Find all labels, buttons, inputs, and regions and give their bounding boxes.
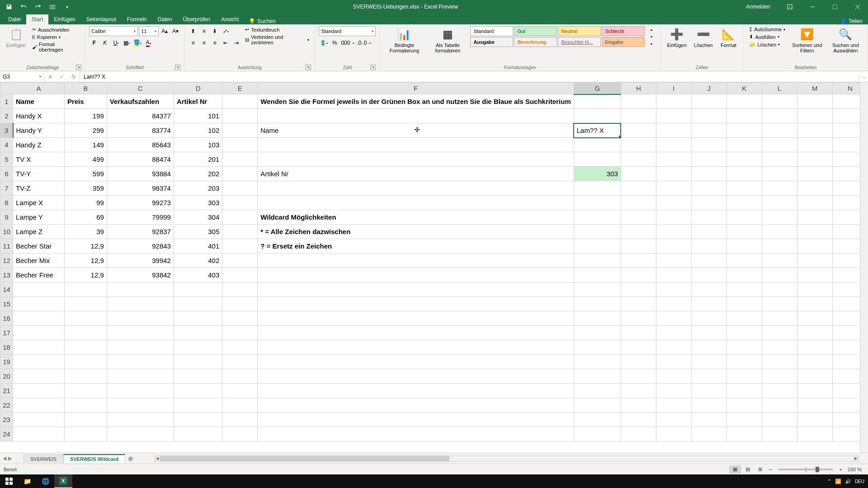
col-header-I[interactable]: I [656,83,691,94]
col-header-L[interactable]: L [762,83,797,94]
row-header-21[interactable]: 21 [0,384,13,398]
cell-C21[interactable] [107,384,174,398]
cell-N6[interactable] [832,167,868,181]
cell-E14[interactable] [222,282,258,297]
cell-D7[interactable]: 203 [174,181,222,196]
cell-I13[interactable] [656,268,691,282]
cell-I10[interactable] [656,225,691,239]
cell-A11[interactable]: Becher Star [13,239,65,253]
cell-H15[interactable] [621,297,656,311]
cell-F14[interactable] [258,282,574,297]
cell-M12[interactable] [797,253,832,268]
cell-I6[interactable] [656,167,691,181]
style-berechnung[interactable]: Berechnung [514,37,557,47]
cell-F2[interactable] [258,109,574,123]
cell-C19[interactable] [107,355,174,369]
cell-C17[interactable] [107,326,174,340]
cell-J15[interactable] [691,297,726,311]
cell-N3[interactable] [832,123,868,138]
cell-E10[interactable] [222,225,258,239]
cell-H14[interactable] [621,282,656,297]
cell-H1[interactable] [621,94,656,109]
cell-J21[interactable] [691,384,726,398]
name-box-dropdown-icon[interactable]: ▾ [39,75,41,79]
cell-K15[interactable] [726,297,762,311]
cell-D3[interactable]: 102 [174,123,222,138]
cell-A21[interactable] [13,384,65,398]
format-cells-button[interactable]: 📐Format [717,26,740,49]
cell-C9[interactable]: 79999 [107,210,174,225]
cell-D17[interactable] [174,326,222,340]
format-as-table-button[interactable]: ▦ Als Tabelle formatieren [427,26,468,54]
row-header-15[interactable]: 15 [0,297,13,311]
cell-E11[interactable] [222,239,258,253]
delete-cells-button[interactable]: ➖Löschen [691,26,716,49]
cell-C14[interactable] [107,282,174,297]
save-icon[interactable] [4,1,14,12]
increase-decimal-icon[interactable]: ←.0 [351,38,361,48]
cell-L3[interactable] [762,123,797,138]
style-ausgabe[interactable]: Ausgabe [470,37,513,47]
cell-N2[interactable] [832,109,868,123]
cell-D20[interactable] [174,369,222,384]
enter-formula-icon[interactable]: ✓ [56,71,68,82]
cell-I4[interactable] [656,138,691,152]
font-color-button[interactable]: A▾ [143,38,153,48]
row-header-22[interactable]: 22 [0,398,13,413]
tell-me-search[interactable]: 💡 Suchen [244,18,280,24]
cell-M8[interactable] [797,196,832,210]
cell-C18[interactable] [107,340,174,355]
cell-A7[interactable]: TV-Z [13,181,65,196]
cell-A17[interactable] [13,326,65,340]
row-header-24[interactable]: 24 [0,427,13,441]
tray-chevron-icon[interactable]: ⌃ [827,479,831,484]
cell-L24[interactable] [762,427,797,441]
cell-E13[interactable] [222,268,258,282]
cell-B11[interactable]: 12,9 [64,239,107,253]
select-all-corner[interactable] [0,83,13,94]
cell-N14[interactable] [832,282,868,297]
cell-M7[interactable] [797,181,832,196]
cancel-formula-icon[interactable]: ✕ [44,71,56,82]
cell-K3[interactable] [726,123,762,138]
row-header-20[interactable]: 20 [0,369,13,384]
cell-A1[interactable]: Name [13,94,65,109]
cell-D19[interactable] [174,355,222,369]
cell-N5[interactable] [832,152,868,167]
cell-M13[interactable] [797,268,832,282]
style-schlecht[interactable]: Schlecht [602,26,645,36]
cell-F16[interactable] [258,311,574,326]
cell-A14[interactable] [13,282,65,297]
cell-N12[interactable] [832,253,868,268]
cell-H19[interactable] [621,355,656,369]
format-painter-button[interactable]: 🖌Format übertragen [30,41,81,53]
cell-K18[interactable] [726,340,762,355]
zoom-thumb[interactable] [816,467,819,472]
cell-A24[interactable] [13,427,65,441]
row-header-2[interactable]: 2 [0,109,13,123]
cell-E23[interactable] [222,413,258,427]
cell-K17[interactable] [726,326,762,340]
cell-G14[interactable] [574,282,621,297]
cell-J23[interactable] [691,413,726,427]
cell-H23[interactable] [621,413,656,427]
cell-J8[interactable] [691,196,726,210]
cell-D16[interactable] [174,311,222,326]
cell-F21[interactable] [258,384,574,398]
cell-A13[interactable]: Becher Free [13,268,65,282]
row-header-4[interactable]: 4 [0,138,13,152]
row-header-23[interactable]: 23 [0,413,13,427]
cell-B2[interactable]: 199 [64,109,107,123]
cell-K12[interactable] [726,253,762,268]
cell-N19[interactable] [832,355,868,369]
cell-L20[interactable] [762,369,797,384]
cell-H2[interactable] [621,109,656,123]
cell-F8[interactable] [258,196,574,210]
cell-A5[interactable]: TV X [13,152,65,167]
cell-L13[interactable] [762,268,797,282]
edge-icon[interactable]: 🌐 [36,474,54,488]
cell-D14[interactable] [174,282,222,297]
cell-G1[interactable] [574,94,621,109]
tray-lang-icon[interactable]: DEU [855,479,864,484]
cell-J11[interactable] [691,239,726,253]
